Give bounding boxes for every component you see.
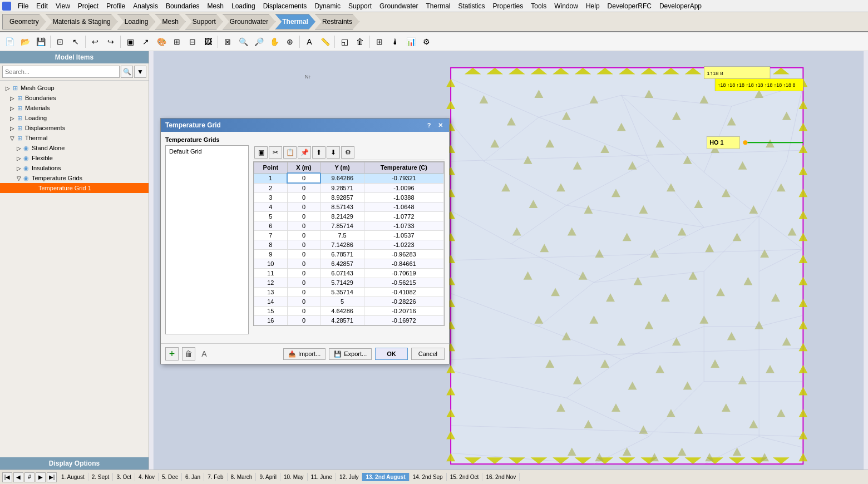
tbl-settings-btn[interactable]: ⚙ [341, 146, 354, 159]
cell-x[interactable]: 0 [287, 288, 320, 297]
chart-button[interactable]: 📊 [403, 34, 418, 49]
table-row[interactable]: 1405-0.28226 [254, 297, 444, 307]
tree-toggle-insulations[interactable]: ▷ [16, 165, 22, 171]
menu-properties[interactable]: Properties [490, 1, 527, 11]
tree-toggle-loading[interactable]: ▷ [9, 115, 16, 121]
menu-support[interactable]: Support [345, 1, 375, 11]
tab-support[interactable]: Support [185, 14, 223, 29]
zoom-in-button[interactable]: 🔍 [236, 34, 250, 49]
table-row[interactable]: 209.28571-1.0096 [254, 183, 444, 193]
select-button[interactable]: ↖ [68, 34, 83, 49]
menu-project[interactable]: Project [75, 1, 102, 11]
3d-button[interactable]: ◱ [337, 34, 352, 49]
search-button[interactable]: 🔍 [121, 66, 133, 78]
timeline-item[interactable]: 1. August [58, 473, 88, 481]
table-row[interactable]: 109.64286-0.79321 [254, 173, 444, 183]
undo-button[interactable]: ↩ [88, 34, 102, 49]
tl-start-button[interactable]: |◀ [2, 472, 12, 482]
menu-developerrfc[interactable]: DeveloperRFC [604, 1, 655, 11]
table-row[interactable]: 906.78571-0.96283 [254, 250, 444, 259]
tree-item-flexible[interactable]: ▷ ◉ Flexible [0, 153, 149, 163]
cell-x[interactable]: 0 [287, 316, 320, 325]
table-row[interactable]: 1106.07143-0.70619 [254, 269, 444, 278]
table-row[interactable]: 707.5-1.0537 [254, 231, 444, 240]
table-button[interactable]: ⊟ [185, 34, 200, 49]
table-row[interactable]: 807.14286-1.0223 [254, 240, 444, 250]
tree-toggle-thermal[interactable]: ▽ [9, 135, 16, 141]
menu-loading[interactable]: Loading [228, 1, 259, 11]
fit-view-button[interactable]: ⊠ [220, 34, 235, 49]
dialog-help-button[interactable]: ? [425, 121, 433, 130]
menu-statistics[interactable]: Statistics [455, 1, 488, 11]
menu-thermal[interactable]: Thermal [422, 1, 453, 11]
tree-item-stand-alone[interactable]: ▷ ◉ Stand Alone [0, 143, 149, 153]
tree-item-loading[interactable]: ▷ ⊞ Loading [0, 113, 149, 123]
delete-button[interactable]: 🗑 [353, 34, 367, 49]
table-row[interactable]: 1305.35714-0.41082 [254, 288, 444, 297]
menu-boundaries[interactable]: Boundaries [162, 1, 203, 11]
timeline-item[interactable]: 9. April [256, 473, 280, 481]
timeline-item[interactable]: 6. Jan [182, 473, 204, 481]
measure-button[interactable]: 📏 [318, 34, 332, 49]
cell-x[interactable]: 0 [287, 183, 320, 193]
dialog-title-bar[interactable]: Temperature Grid ? ✕ [161, 118, 449, 132]
display-options[interactable]: Display Options [0, 457, 149, 470]
tree-toggle-mesh-group[interactable]: ▷ [4, 85, 11, 91]
tbl-paste-btn[interactable]: 📌 [298, 146, 311, 159]
tbl-delete-col-btn[interactable]: ⬇ [327, 146, 340, 159]
menu-view[interactable]: View [52, 1, 73, 11]
filter-button[interactable]: ▼ [134, 66, 146, 78]
tab-materials-staging[interactable]: Materials & Staging [46, 14, 118, 29]
cell-x[interactable]: 0 [287, 221, 320, 231]
cell-x[interactable]: 0 [287, 212, 320, 221]
table-row[interactable]: 308.92857-1.0388 [254, 193, 444, 203]
cell-x[interactable]: 0 [287, 193, 320, 203]
tree-toggle-boundaries[interactable]: ▷ [9, 95, 16, 101]
table-row[interactable]: 1504.64286-0.20716 [254, 307, 444, 316]
tl-prev-button[interactable]: ◀ [13, 472, 23, 482]
timeline-item[interactable]: 16. 2nd Nov [482, 473, 520, 481]
grid-button[interactable]: ⊞ [372, 34, 387, 49]
menu-displacements[interactable]: Displacements [260, 1, 310, 11]
open-button[interactable]: 📂 [18, 34, 32, 49]
tree-toggle-materials[interactable]: ▷ [9, 105, 16, 111]
timeline-item[interactable]: 14. 2nd Sep [410, 473, 447, 481]
tree-item-materials[interactable]: ▷ ⊞ Materials [0, 103, 149, 113]
data-table-container[interactable]: Point X (m) Y (m) Temperature (C) 109.64… [253, 161, 445, 326]
tab-restraints[interactable]: Restraints [315, 14, 359, 29]
tbl-sort-btn[interactable]: ⬆ [312, 146, 326, 159]
menu-developerapp[interactable]: DeveloperApp [656, 1, 705, 11]
menu-window[interactable]: Window [551, 1, 581, 11]
timeline-item[interactable]: 5. Dec [159, 473, 182, 481]
text-button[interactable]: A [302, 34, 317, 49]
menu-analysis[interactable]: Analysis [130, 1, 161, 11]
ok-button[interactable]: OK [375, 348, 408, 360]
timeline-item[interactable]: 2. Sept [88, 473, 114, 481]
tree-item-mesh-group[interactable]: ▷ ⊞ Mesh Group [0, 83, 149, 93]
timeline-item[interactable]: 12. July [336, 473, 362, 481]
new-button[interactable]: 📄 [2, 34, 17, 49]
thermometer-button[interactable]: 🌡 [388, 34, 402, 49]
table-row[interactable]: 408.57143-1.0648 [254, 203, 444, 212]
menu-dynamic[interactable]: Dynamic [311, 1, 344, 11]
timeline-item[interactable]: 15. 2nd Oct [447, 473, 483, 481]
dialog-close-button[interactable]: ✕ [436, 121, 445, 130]
tree-item-thermal[interactable]: ▽ ⊞ Thermal [0, 133, 149, 143]
tree-item-temperature-grids[interactable]: ▽ ◉ Temperature Grids [0, 173, 149, 183]
timeline-item[interactable]: 4. Nov [135, 473, 159, 481]
save-button[interactable]: 💾 [33, 34, 48, 49]
tl-next-button[interactable]: ▶ [36, 472, 46, 482]
tree-item-boundaries[interactable]: ▷ ⊞ Boundaries [0, 93, 149, 103]
tab-mesh[interactable]: Mesh [155, 14, 185, 29]
menu-help[interactable]: Help [583, 1, 603, 11]
table-row[interactable]: 607.85714-1.0733 [254, 221, 444, 231]
menu-edit[interactable]: Edit [33, 1, 51, 11]
timeline-item[interactable]: 11. June [308, 473, 336, 481]
timeline-item[interactable]: 8. March [228, 473, 257, 481]
cell-x[interactable]: 0 [287, 278, 320, 288]
add-row-button[interactable]: + [165, 347, 179, 360]
settings-button[interactable]: ⚙ [419, 34, 433, 49]
tbl-cut-btn[interactable]: ✂ [269, 146, 282, 159]
cell-x[interactable]: 0 [287, 203, 320, 212]
pan-button[interactable]: ✋ [267, 34, 282, 49]
